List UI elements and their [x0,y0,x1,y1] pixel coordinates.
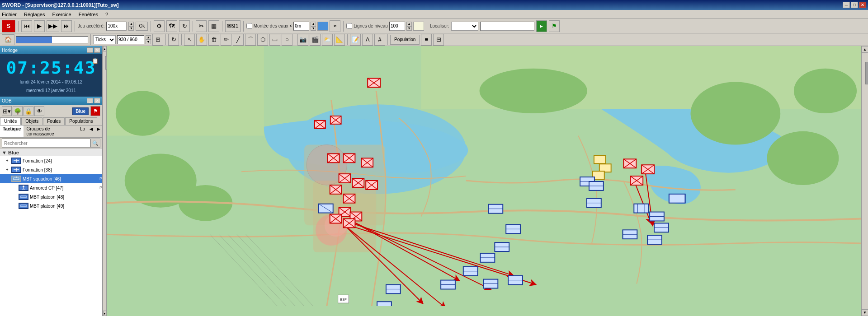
montee-icon[interactable]: ≈ [330,20,340,32]
localiser-input[interactable] [480,22,534,31]
tab-unites[interactable]: Unités [0,117,21,125]
map-scroll-thumb[interactable] [865,62,868,84]
svg-rect-129 [669,194,685,203]
scroll-down-arrow[interactable]: ▼ [103,311,107,316]
t2-delete-tool[interactable]: 🗑 [208,34,219,46]
map-area[interactable]: B3P [107,46,861,316]
next-button[interactable]: ⏭ [61,20,72,32]
t2-text[interactable]: A [362,34,373,46]
t2-layer1[interactable]: ≡ [421,34,432,46]
speed-up[interactable]: ▲ [128,22,134,26]
lignes-checkbox[interactable] [346,23,352,29]
lignes-down[interactable]: ▼ [406,26,412,31]
ticks-down[interactable]: ▼ [146,40,151,44]
speed-input[interactable] [106,22,127,31]
t2-grid-button[interactable]: ⊞ [152,34,163,46]
t2-note[interactable]: 📝 [350,34,361,46]
odb-lock-btn[interactable]: 🔒 [24,106,33,116]
ticks-input[interactable] [117,35,144,44]
tree-item-formation38[interactable]: + Formation [38] [0,165,102,174]
menu-fenetres[interactable]: Fenêtres [79,12,98,17]
toolbar2: 🏠 Ticks ▲ ▼ ⊞ ↻ ↖ ✋ 🗑 ✏ ╱ ⌒ ⬡ ▭ ○ 📷 🎬 ⛅ … [0,33,868,46]
t2-circle-tool[interactable]: ○ [282,34,292,46]
subtab-groupes[interactable]: Groupes de connaissance [24,125,77,137]
tab-foules[interactable]: Foules [43,117,65,125]
map-button[interactable]: 🗺 [166,20,177,32]
t2-line-tool[interactable]: ╱ [233,34,244,46]
montee-up[interactable]: ▲ [311,22,316,26]
clock-close[interactable]: ✕ [94,47,100,53]
t2-screenshot[interactable]: 📷 [297,34,308,46]
clock-minimize[interactable]: _ [87,47,93,53]
speed-down[interactable]: ▼ [128,26,134,31]
tree-item-mbt46[interactable]: - MBT squadron [46] P [0,174,102,183]
tree-item-armoredcp47[interactable]: Armored CP [47] P [0,183,102,192]
t2-refresh[interactable]: ↻ [168,34,179,46]
slider-bar[interactable] [16,36,88,43]
t2-video[interactable]: 🎬 [310,34,321,46]
settings-button[interactable]: ⚙ [154,20,165,32]
cut-button[interactable]: ✂ [196,20,207,32]
tab-objets[interactable]: Objets [21,117,42,125]
subtab-prev[interactable]: ◀ [88,125,95,137]
montee-input[interactable] [293,22,309,31]
rewind-button[interactable]: ⏮ [21,20,32,32]
localiser-go[interactable]: ▶ [536,20,547,32]
odb-flag-btn[interactable]: ⚑ [90,106,100,116]
t2-draw-tool[interactable]: ✏ [221,34,231,46]
lignes-input[interactable] [389,22,405,31]
odb-filter-btn[interactable]: ⊞▾ [2,106,12,116]
tab-populations[interactable]: Populations [65,117,97,125]
ok-button[interactable]: Ok [136,22,148,31]
flag-button[interactable]: ⚑ [549,20,560,32]
menu-help[interactable]: ? [105,12,108,17]
mail-button[interactable]: ✉ 91 [225,20,240,32]
localiser-select[interactable] [451,22,478,31]
toggle-formation38[interactable]: + [4,167,11,172]
odb-minimize[interactable]: _ [87,98,93,103]
tree-item-mbtplatoon49[interactable]: MBT platoon [49] [0,201,102,210]
t2-move-tool[interactable]: ✋ [196,34,207,46]
t2-polygon-tool[interactable]: ⬡ [257,34,268,46]
search-input[interactable] [2,139,90,148]
map-scroll-down[interactable]: ▼ [862,309,868,316]
toggle-formation24[interactable]: + [4,158,11,163]
menu-exercice[interactable]: Exercice [52,12,71,17]
odb-hierarchy-btn[interactable]: 🌳 [13,106,23,116]
menu-fichier[interactable]: Fichier [2,12,17,17]
minimize-button[interactable]: ─ [843,2,850,8]
search-button[interactable]: 🔍 [90,139,100,148]
refresh-button[interactable]: ↻ [179,20,190,32]
odb-eye-btn[interactable]: 👁 [34,106,44,116]
t2-hashtag[interactable]: # [374,34,385,46]
map-scroll-up[interactable]: ▲ [862,46,868,53]
ticks-select[interactable]: Ticks [93,35,116,44]
menu-reglages[interactable]: Réglages [24,12,45,17]
subtab-lo[interactable]: Lo [77,125,88,137]
tree-item-formation24[interactable]: + Formation [24] [0,156,102,165]
lignes-up[interactable]: ▲ [406,22,412,26]
ticks-up[interactable]: ▲ [146,35,151,40]
subtab-next[interactable]: ▶ [95,125,102,137]
t2-curve-tool[interactable]: ⌒ [245,34,256,46]
tree-item-mbtplatoon48[interactable]: MBT platoon [48] [0,192,102,201]
grid-button[interactable]: ▦ [208,20,219,32]
toggle-mbt46[interactable]: - [4,177,11,181]
t2-measure[interactable]: 📐 [334,34,345,46]
t2-layer2[interactable]: ⊟ [433,34,444,46]
population-button[interactable]: Population [390,35,420,45]
close-button[interactable]: ✕ [859,2,866,8]
play-button[interactable]: ▶ [34,20,45,32]
maximize-button[interactable]: □ [851,2,858,8]
t2-odb-button[interactable]: 🏠 [2,34,14,45]
scroll-up-arrow[interactable]: ▲ [103,46,107,51]
step-button[interactable]: ▶▶ [47,20,59,32]
montee-down[interactable]: ▼ [311,26,316,31]
tree-root-blue[interactable]: ▼ Blue [0,149,102,156]
montee-checkbox[interactable] [246,23,252,29]
subtab-tactique[interactable]: Tactique [0,125,24,137]
odb-close[interactable]: ✕ [94,98,100,103]
t2-select-tool[interactable]: ↖ [184,34,195,46]
t2-weather[interactable]: ⛅ [322,34,333,46]
t2-rect-tool[interactable]: ▭ [269,34,280,46]
